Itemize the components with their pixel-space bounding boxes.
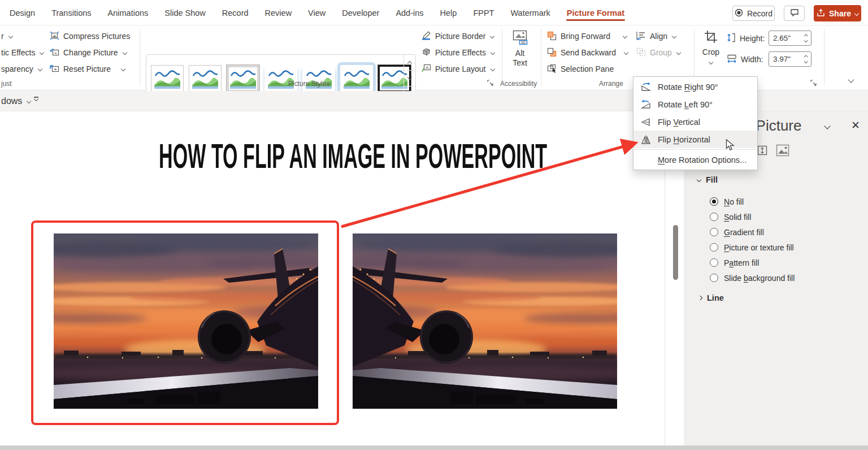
tab-view[interactable]: View [307,2,326,24]
picture-layout-button[interactable]: Picture Layout [422,63,494,75]
menu-item-rotate-right-90[interactable]: Rotate Right 90° [633,78,757,96]
menu-item-more-rotation-options[interactable]: More Rotation Options... [633,151,757,168]
radio-button[interactable] [710,258,718,267]
fill-option-gradient-fill[interactable]: Gradient fill [710,224,862,240]
picture-style-thumbnail[interactable] [151,65,184,92]
menu-item-label: Flip Vertical [658,118,700,127]
reset-picture-icon [50,64,59,75]
gallery-scroll-up-button[interactable] [404,55,415,71]
radio-button[interactable] [710,274,718,282]
artistic-effects-button-cut[interactable]: tic Effects [1,46,44,59]
fill-option-solid-fill[interactable]: Solid fill [710,209,862,224]
rotate-menu-items: Rotate Right 90°Rotate Left 90°Flip Vert… [633,78,757,168]
tab-add-ins[interactable]: Add-ins [395,2,424,24]
transparency-button-cut[interactable]: sparency [1,63,42,75]
bring-forward-icon [547,31,557,42]
picture-style-thumbnail[interactable] [189,65,222,92]
picture-effects-button[interactable]: Picture Effects [422,46,494,59]
fill-option-picture-or-texture-fill[interactable]: Picture or texture fill [710,240,862,255]
align-button[interactable]: Align [636,30,676,42]
vertical-scrollbar-thumb[interactable] [673,225,678,280]
gallery-scroll-down-button[interactable] [404,71,415,86]
airplane-image-original[interactable] [54,233,318,409]
tab-fppt[interactable]: FPPT [472,2,494,24]
menu-item-label: Rotate Left 90° [658,100,713,109]
share-button[interactable]: Share [814,5,861,21]
width-label-row: Width: [727,53,763,66]
arrange-group-label: Arrange [599,80,623,88]
fill-section-header[interactable]: Fill [697,175,718,184]
height-input[interactable]: 2.65" [769,31,811,46]
send-backward-button[interactable]: Send Backward [547,46,628,59]
change-picture-button[interactable]: Change Picture [50,46,127,59]
tab-help[interactable]: Help [440,2,458,24]
tab-developer[interactable]: Developer [341,2,380,24]
menu-item-flip-vertical[interactable]: Flip Vertical [633,113,757,131]
menu-item-label: Flip Horizontal [658,135,710,144]
send-backward-icon [547,47,557,58]
width-input[interactable]: 3.97" [769,51,811,67]
crop-button[interactable]: Crop [700,30,722,66]
shape-height-icon [727,33,736,44]
tab-watermark[interactable]: Watermark [510,2,550,24]
size-dialog-launcher-icon[interactable] [810,79,817,86]
tab-review[interactable]: Review [264,2,293,24]
picture-layout-icon [422,64,431,75]
powerpoint-window: DesignTransitionsAnimationsSlide ShowRec… [0,0,868,450]
comment-icon [790,8,799,19]
comments-button[interactable] [784,6,805,21]
align-icon [636,31,646,42]
radio-button[interactable] [710,197,718,206]
tab-design[interactable]: Design [9,2,36,24]
picture-border-icon [422,31,431,42]
picture-styles-dialog-launcher-icon[interactable] [487,79,494,86]
height-spinner-arrows[interactable] [801,35,811,42]
picture-styles-group-label: Picture Styles [288,80,329,88]
tab-transitions[interactable]: Transitions [51,2,92,24]
picture-style-thumbnail[interactable] [302,65,335,92]
color-button-cut[interactable]: r [1,30,12,42]
fill-option-label: Gradient fill [724,228,764,237]
airplane-image-flipped[interactable] [353,233,617,409]
tab-record[interactable]: Record [222,2,249,24]
line-section-header[interactable]: Line [698,293,724,302]
tab-picture-format[interactable]: Picture Format [566,2,625,24]
radio-button[interactable] [710,243,718,252]
tab-slide-show[interactable]: Slide Show [164,2,206,24]
reset-picture-button[interactable]: Reset Picture [50,63,125,75]
menu-bar: DesignTransitionsAnimationsSlide ShowRec… [0,0,868,25]
tab-animations[interactable]: Animations [107,2,149,24]
quick-access-item-cut[interactable]: dows [1,95,31,107]
picture-style-thumbnail[interactable] [264,65,297,92]
fill-option-label: Pattern fill [724,258,759,267]
picture-border-button[interactable]: Picture Border [422,30,494,42]
crop-icon [704,36,718,45]
pane-close-icon[interactable]: ✕ [851,119,860,132]
radio-button[interactable] [710,228,718,236]
menu-item-flip-horizontal[interactable]: Flip Horizontal [633,131,757,148]
pane-collapse-icon[interactable] [824,123,830,129]
record-dot-icon [735,8,743,19]
alt-text-icon [511,38,528,47]
width-spinner-arrows[interactable] [801,56,811,63]
compress-pictures-button[interactable]: Compress Pictures [50,30,130,42]
fill-option-pattern-fill[interactable]: Pattern fill [710,255,862,270]
alt-text-button[interactable]: Alt Text [505,30,535,84]
bring-forward-button[interactable]: Bring Forward [547,30,627,42]
collapse-ribbon-icon[interactable] [848,76,854,83]
record-button[interactable]: Record [732,6,775,21]
blank-icon [640,154,652,166]
picture-style-thumbnail[interactable] [227,65,259,92]
picture-tab-icon[interactable] [775,143,790,158]
picture-style-thumbnail[interactable] [340,65,373,92]
fill-option-label: Picture or texture fill [724,243,794,252]
flip-horizontal-icon [640,134,652,145]
quick-access-overflow-button[interactable] [34,97,38,101]
menu-item-rotate-left-90[interactable]: Rotate Left 90° [633,96,757,113]
selection-pane-button[interactable]: Selection Pane [547,63,614,75]
rotate-left-icon [640,99,652,110]
slide-title[interactable]: HOW TO FLIP AN IMAGE IN POWERPOINT [82,137,624,174]
fill-option-slide-background-fill[interactable]: Slide background fill [710,270,862,285]
fill-option-no-fill[interactable]: No fill [710,194,862,209]
radio-button[interactable] [710,213,718,221]
